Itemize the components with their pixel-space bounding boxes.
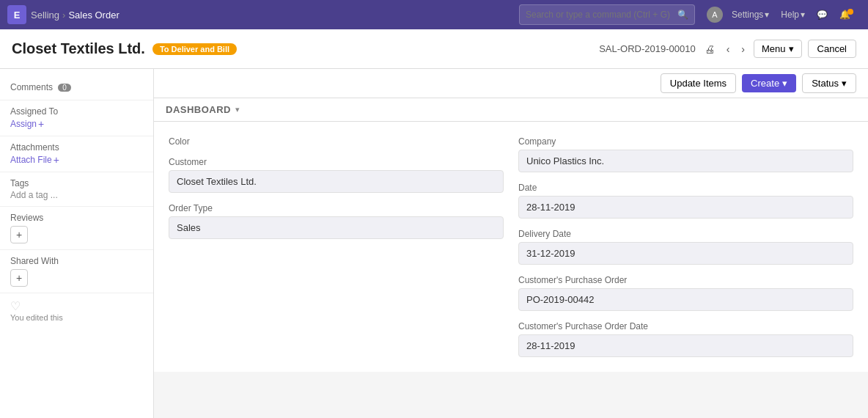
page-header: Closet Textiles Ltd. To Deliver and Bill… <box>0 29 868 69</box>
notification-dot <box>847 9 853 15</box>
menu-button[interactable]: Menu ▾ <box>754 40 802 58</box>
company-field: Company Unico Plastics Inc. <box>518 136 853 172</box>
heart-icon: ♡ <box>10 299 143 313</box>
print-button[interactable]: 🖨 <box>702 40 718 58</box>
prev-button[interactable]: ‹ <box>724 40 733 58</box>
update-items-button[interactable]: Update Items <box>661 73 736 93</box>
purchase-order-value[interactable]: PO-2019-00442 <box>518 288 853 311</box>
attach-file-action[interactable]: Attach File + <box>10 154 143 166</box>
customer-value[interactable]: Closet Textiles Ltd. <box>169 170 504 193</box>
navbar: E Selling › Sales Order 🔍 A Settings ▾ H… <box>0 0 868 29</box>
date-label: Date <box>518 183 853 193</box>
app-icon[interactable]: E <box>7 5 26 24</box>
form-right: Company Unico Plastics Inc. Date 28-11-2… <box>518 136 853 357</box>
reviews-add-button[interactable]: + <box>10 226 28 243</box>
assign-action[interactable]: Assign + <box>10 118 143 130</box>
company-value[interactable]: Unico Plastics Inc. <box>518 150 853 172</box>
breadcrumb-sales-order[interactable]: Sales Order <box>68 10 119 21</box>
dashboard-label: DASHBOARD <box>166 104 231 115</box>
form-grid: Color Customer Closet Textiles Ltd. Orde… <box>169 136 853 357</box>
tags-label: Tags <box>10 178 143 188</box>
delivery-date-label: Delivery Date <box>518 229 853 239</box>
breadcrumb-sep1: › <box>62 10 65 21</box>
notification-button[interactable]: 🔔 <box>836 10 861 20</box>
attach-plus-icon: + <box>54 154 59 166</box>
dashboard-header: DASHBOARD ▾ <box>154 98 868 122</box>
customer-field: Customer Closet Textiles Ltd. <box>169 157 504 193</box>
order-type-value[interactable]: Sales <box>169 216 504 239</box>
sidebar-attachments: Attachments Attach File + <box>0 136 153 172</box>
purchase-order-date-field: Customer's Purchase Order Date 28-11-201… <box>518 321 853 357</box>
main-container: Comments 0 Assigned To Assign + Attachme… <box>0 69 868 418</box>
content-toolbar: Update Items Create ▾ Status ▾ <box>154 69 868 98</box>
assign-plus-icon: + <box>38 118 44 130</box>
next-button[interactable]: › <box>738 40 748 58</box>
purchase-order-date-value[interactable]: 28-11-2019 <box>518 334 853 357</box>
form-area: Color Customer Closet Textiles Ltd. Orde… <box>154 122 868 372</box>
purchase-order-field: Customer's Purchase Order PO-2019-00442 <box>518 275 853 311</box>
comments-label: Comments 0 <box>10 82 143 92</box>
form-left: Color Customer Closet Textiles Ltd. Orde… <box>169 136 504 357</box>
create-chevron-icon: ▾ <box>782 78 787 89</box>
sidebar-footer: ♡ You edited this <box>0 293 153 328</box>
assigned-to-label: Assigned To <box>10 106 143 117</box>
cancel-button[interactable]: Cancel <box>808 40 856 58</box>
search-input[interactable] <box>526 10 673 20</box>
order-type-field: Order Type Sales <box>169 203 504 239</box>
purchase-order-label: Customer's Purchase Order <box>518 275 853 285</box>
date-field: Date 28-11-2019 <box>518 183 853 219</box>
customer-label: Customer <box>169 157 504 167</box>
purchase-order-date-label: Customer's Purchase Order Date <box>518 321 853 331</box>
navbar-right: A Settings ▾ Help ▾ 💬 🔔 <box>707 7 861 23</box>
order-type-label: Order Type <box>169 203 504 213</box>
shared-with-label: Shared With <box>10 256 143 266</box>
create-button[interactable]: Create ▾ <box>742 74 796 92</box>
comments-count: 0 <box>58 84 71 92</box>
date-value[interactable]: 28-11-2019 <box>518 196 853 219</box>
delivery-date-field: Delivery Date 31-12-2019 <box>518 229 853 265</box>
delivery-date-value[interactable]: 31-12-2019 <box>518 242 853 265</box>
sidebar-shared-with: Shared With + <box>0 250 153 293</box>
color-field: Color <box>169 136 504 147</box>
avatar: A <box>707 7 723 23</box>
dashboard-chevron-icon: ▾ <box>235 105 240 114</box>
add-tag-text[interactable]: Add a tag ... <box>10 190 143 200</box>
help-button[interactable]: Help ▾ <box>778 10 808 20</box>
content-area: Update Items Create ▾ Status ▾ DASHBOARD… <box>154 69 868 418</box>
attachments-label: Attachments <box>10 142 143 153</box>
sidebar-comments: Comments 0 <box>0 76 153 100</box>
chat-icon-button[interactable]: 💬 <box>814 10 831 20</box>
status-badge: To Deliver and Bill <box>152 43 237 55</box>
company-label: Company <box>518 136 853 147</box>
reviews-label: Reviews <box>10 213 143 223</box>
you-edited-label: You edited this <box>10 313 143 322</box>
sidebar: Comments 0 Assigned To Assign + Attachme… <box>0 69 154 418</box>
search-bar: 🔍 <box>519 4 695 25</box>
header-right: SAL-ORD-2019-00010 🖨 ‹ › Menu ▾ Cancel <box>599 40 856 58</box>
shared-with-add-button[interactable]: + <box>10 269 28 287</box>
page-title: Closet Textiles Ltd. <box>12 40 145 57</box>
search-icon: 🔍 <box>677 10 688 20</box>
sidebar-tags: Tags Add a tag ... <box>0 172 153 207</box>
order-number: SAL-ORD-2019-00010 <box>599 43 696 54</box>
color-label: Color <box>169 136 504 147</box>
sidebar-assigned-to: Assigned To Assign + <box>0 100 153 136</box>
breadcrumb-selling[interactable]: Selling <box>31 10 59 21</box>
status-button[interactable]: Status ▾ <box>802 73 856 93</box>
status-chevron-icon: ▾ <box>842 78 847 89</box>
sidebar-reviews: Reviews + <box>0 207 153 250</box>
breadcrumb: Selling › Sales Order <box>31 10 119 21</box>
settings-button[interactable]: Settings ▾ <box>729 10 772 20</box>
